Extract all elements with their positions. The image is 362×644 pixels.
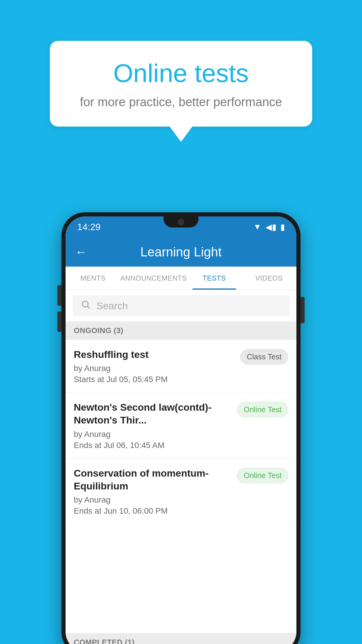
signal-icon: ◀▮ bbox=[266, 222, 276, 232]
svg-point-0 bbox=[82, 301, 88, 307]
test-info: Conservation of momentum-Equilibrium by … bbox=[74, 467, 231, 516]
test-date: Ends at Jun 10, 06:00 PM bbox=[74, 506, 231, 516]
test-title: Conservation of momentum-Equilibrium bbox=[74, 467, 231, 492]
test-date: Starts at Jul 05, 05:45 PM bbox=[74, 375, 234, 384]
search-icon bbox=[81, 300, 91, 312]
test-item[interactable]: Newton's Second law(contd)-Newton's Thir… bbox=[66, 393, 296, 458]
test-info: Newton's Second law(contd)-Newton's Thir… bbox=[74, 401, 231, 450]
wifi-icon: ▼ bbox=[253, 222, 261, 232]
test-badge-class: Class Test bbox=[240, 349, 288, 365]
test-author: by Anurag bbox=[74, 495, 231, 505]
tab-tests[interactable]: TESTS bbox=[187, 267, 242, 290]
search-input[interactable]: Search bbox=[73, 295, 289, 316]
test-date: Ends at Jul 06, 10:45 AM bbox=[74, 441, 231, 450]
battery-icon: ▮ bbox=[280, 222, 285, 232]
ongoing-section-header: ONGOING (3) bbox=[66, 321, 296, 340]
speech-bubble: Online tests for more practice, better p… bbox=[50, 41, 312, 127]
bubble-subtitle: for more practice, better performance bbox=[73, 95, 289, 109]
tab-ments[interactable]: MENTS bbox=[66, 267, 120, 290]
test-item[interactable]: Conservation of momentum-Equilibrium by … bbox=[66, 459, 296, 524]
speech-bubble-container: Online tests for more practice, better p… bbox=[50, 41, 312, 127]
tab-videos[interactable]: VIDEOS bbox=[242, 267, 296, 290]
phone-frame: 14:29 ▼ ◀▮ ▮ ← Learning Light MENTS ANNO… bbox=[61, 212, 301, 644]
test-list: Reshuffling test by Anurag Starts at Jul… bbox=[66, 340, 296, 633]
test-info: Reshuffling test by Anurag Starts at Jul… bbox=[74, 348, 234, 384]
test-badge-online-2: Online Test bbox=[237, 468, 288, 483]
test-title: Reshuffling test bbox=[74, 348, 234, 361]
bubble-title: Online tests bbox=[73, 58, 289, 88]
tab-bar: MENTS ANNOUNCEMENTS TESTS VIDEOS bbox=[66, 267, 296, 290]
svg-line-1 bbox=[87, 306, 90, 309]
test-title: Newton's Second law(contd)-Newton's Thir… bbox=[74, 401, 231, 426]
volume-up-button bbox=[57, 285, 61, 306]
status-time: 14:29 bbox=[77, 222, 101, 232]
app-bar: ← Learning Light bbox=[66, 237, 296, 267]
phone-screen: 14:29 ▼ ◀▮ ▮ ← Learning Light MENTS ANNO… bbox=[66, 216, 296, 644]
power-button bbox=[301, 297, 305, 323]
test-badge-online: Online Test bbox=[237, 402, 288, 417]
test-author: by Anurag bbox=[74, 430, 231, 439]
tab-announcements[interactable]: ANNOUNCEMENTS bbox=[120, 267, 187, 290]
search-placeholder: Search bbox=[96, 300, 128, 312]
test-item[interactable]: Reshuffling test by Anurag Starts at Jul… bbox=[66, 340, 296, 393]
volume-down-button bbox=[57, 312, 61, 332]
back-button[interactable]: ← bbox=[75, 245, 87, 259]
front-camera bbox=[178, 219, 184, 225]
app-title: Learning Light bbox=[96, 245, 266, 259]
status-icons: ▼ ◀▮ ▮ bbox=[253, 222, 285, 232]
completed-section-header: COMPLETED (1) bbox=[66, 633, 296, 644]
search-container: Search bbox=[66, 290, 296, 321]
test-author: by Anurag bbox=[74, 364, 234, 373]
